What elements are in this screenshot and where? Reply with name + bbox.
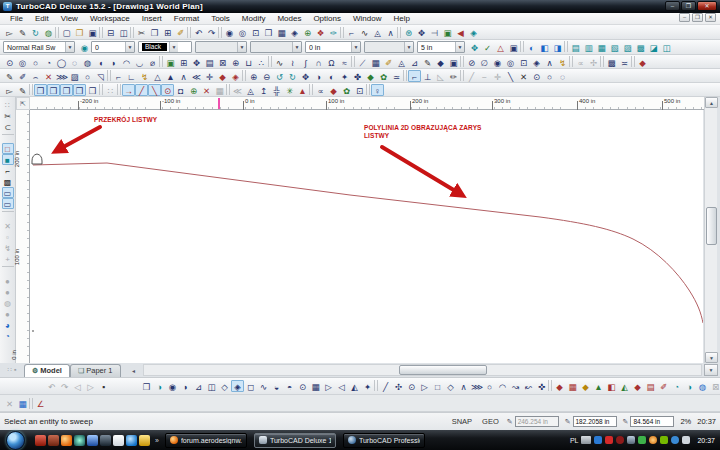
toolbar-icon[interactable]: ⌐ — [2, 165, 14, 176]
toolbar-icon[interactable]: ▻ — [3, 26, 16, 38]
toolbar-icon[interactable]: ⊿ — [192, 380, 205, 392]
toolbar-icon[interactable]: ✢ — [587, 56, 600, 68]
quick-launch-icon[interactable] — [139, 435, 150, 446]
toolbar-icon[interactable]: ◔ — [42, 56, 55, 68]
toolbar-icon[interactable]: ≈ — [338, 56, 351, 68]
toolbar-icon[interactable]: ▭ — [2, 187, 14, 198]
toolbar-icon[interactable]: ∷ — [2, 99, 14, 110]
toolbar-icon[interactable]: ○ — [29, 56, 42, 68]
toolbar-icon[interactable]: ⊞ — [177, 56, 190, 68]
toolbar-icon[interactable]: ▨ — [68, 70, 81, 82]
toolbar-icon[interactable]: ◈ — [288, 26, 301, 38]
toolbar-icon[interactable]: ∫ — [299, 56, 312, 68]
quick-launch-icon[interactable] — [87, 435, 98, 446]
toolbar-icon[interactable]: ↶ — [192, 26, 205, 38]
toolbar-icon[interactable]: ▤ — [569, 41, 582, 53]
toolbar-icon[interactable]: ◪ — [647, 41, 660, 53]
toolbar-icon[interactable]: ◬ — [395, 56, 408, 68]
toolbar-icon[interactable]: ◡ — [133, 56, 146, 68]
toolbar-icon[interactable]: ▣ — [86, 26, 99, 38]
toolbar-icon[interactable]: ⊘ — [465, 56, 478, 68]
toolbar-icon[interactable]: ▦ — [566, 380, 579, 392]
toolbar-icon[interactable]: ◎ — [236, 26, 249, 38]
toolbar-icon[interactable]: ▩ — [605, 56, 618, 68]
toolbar-icon[interactable]: ◆ — [636, 56, 649, 68]
toolbar-icon[interactable]: ▣ — [164, 56, 177, 68]
toolbar-icon[interactable]: ✑ — [327, 26, 340, 38]
toolbar-icon[interactable]: ◐ — [325, 70, 338, 82]
toolbar-icon[interactable]: ╲ — [504, 70, 517, 82]
toolbar-icon[interactable]: ◹ — [94, 70, 107, 82]
toolbar-icon[interactable]: ✓ — [481, 41, 494, 53]
toolbar-icon[interactable]: ● — [2, 286, 14, 297]
toolbar-icon[interactable]: ∝ — [314, 84, 327, 96]
quick-launch-icon[interactable] — [61, 435, 72, 446]
toolbar-icon[interactable]: ▦ — [595, 41, 608, 53]
vertical-scroll-thumb[interactable] — [706, 207, 717, 245]
toolbar-icon[interactable]: ◒ — [270, 380, 283, 392]
toolbar-icon[interactable]: ✛ — [491, 70, 504, 82]
window-control-button[interactable]: ❐ — [681, 1, 696, 11]
toolbar-icon[interactable] — [2, 132, 14, 143]
toolbar-icon[interactable]: ❐ — [60, 84, 73, 96]
toolbar-icon[interactable]: ❒ — [47, 84, 60, 96]
menu-item[interactable]: Workspace — [84, 14, 136, 23]
menu-item[interactable]: Window — [347, 14, 387, 23]
toolbar-icon[interactable]: ◑ — [683, 380, 696, 392]
toolbar-icon[interactable]: ≀ — [286, 56, 299, 68]
menu-item[interactable]: Modify — [236, 14, 272, 23]
toolbar-icon[interactable]: ⌐ — [112, 70, 125, 82]
toolbar-icon[interactable]: ▷ — [84, 380, 97, 392]
toolbar-icon[interactable]: ▭ — [2, 198, 14, 209]
tray-icon[interactable] — [649, 436, 657, 444]
toolbar-icon[interactable]: ✳ — [283, 84, 296, 96]
toolbar-icon[interactable]: ◍ — [2, 297, 14, 308]
toolbar-icon[interactable]: ✥ — [299, 70, 312, 82]
toolbar-icon[interactable]: ∧ — [543, 56, 556, 68]
toolbar-icon[interactable]: ↻ — [286, 70, 299, 82]
quick-launch-icon[interactable] — [126, 435, 137, 446]
toolbar-icon[interactable]: ◓ — [283, 380, 296, 392]
toolbar-icon[interactable]: ○ — [483, 380, 496, 392]
toolbar-icon[interactable]: ∴ — [255, 56, 268, 68]
toolbar-icon[interactable]: ↯ — [138, 70, 151, 82]
toolbar-icon[interactable]: ⊥ — [421, 70, 434, 82]
taskbar-window-button[interactable]: TurboCAD Professio... — [343, 433, 425, 448]
toolbar-icon[interactable]: ○ — [81, 70, 94, 82]
toolbar-icon[interactable]: ◨ — [551, 41, 564, 53]
menu-item[interactable]: Options — [307, 14, 347, 23]
toolbar-icon[interactable]: ✐ — [382, 56, 395, 68]
toolbar-icon[interactable]: ◔ — [670, 380, 683, 392]
toolbar-icon[interactable]: ▩ — [634, 41, 647, 53]
toolbar-icon[interactable]: ∧ — [384, 26, 397, 38]
toolbar-icon[interactable]: ✐ — [174, 26, 187, 38]
tab-paper-1[interactable]: ❏ Paper 1 — [70, 364, 121, 377]
toolbar-icon[interactable]: ▨ — [621, 41, 634, 53]
toolbar-icon[interactable]: ◬ — [244, 84, 257, 96]
toolbar-icon[interactable]: ↻ — [29, 26, 42, 38]
toolbar-icon[interactable]: ◇ — [444, 380, 457, 392]
toolbar-icon[interactable]: ◧ — [538, 41, 551, 53]
toolbar-icon[interactable]: ✛ — [203, 70, 216, 82]
toolbar-icon[interactable]: ↶ — [45, 380, 58, 392]
x-coordinate-field[interactable]: 246.254 in — [515, 416, 559, 427]
toolbar-icon[interactable]: ▻ — [3, 84, 16, 96]
toolbar-icon[interactable]: ≪ — [190, 70, 203, 82]
toolbar-icon[interactable]: ❒ — [73, 84, 86, 96]
toolbar-icon[interactable]: → — [122, 84, 135, 96]
toolbar-icon[interactable]: ⊔ — [242, 56, 255, 68]
toolbar-icon[interactable]: ◆ — [327, 84, 340, 96]
toolbar-icon[interactable]: ❒ — [86, 84, 99, 96]
toolbar-icon[interactable]: ↷ — [58, 380, 71, 392]
toolbar-icon[interactable]: ✏ — [447, 70, 460, 82]
quick-launch-icon[interactable] — [35, 435, 46, 446]
toolbar-icon[interactable]: ⊙ — [530, 70, 543, 82]
window-control-button[interactable]: ✕ — [697, 1, 717, 11]
toolbar-icon[interactable]: ◆ — [553, 380, 566, 392]
toolbar-icon[interactable]: ✦ — [338, 70, 351, 82]
tray-icon[interactable] — [627, 436, 635, 444]
toolbar-icon[interactable]: ◎ — [16, 56, 29, 68]
toolbar-icon[interactable]: ≍ — [618, 56, 631, 68]
language-indicator[interactable]: PL — [570, 437, 579, 444]
toolbar-icon[interactable]: ◗ — [179, 380, 192, 392]
